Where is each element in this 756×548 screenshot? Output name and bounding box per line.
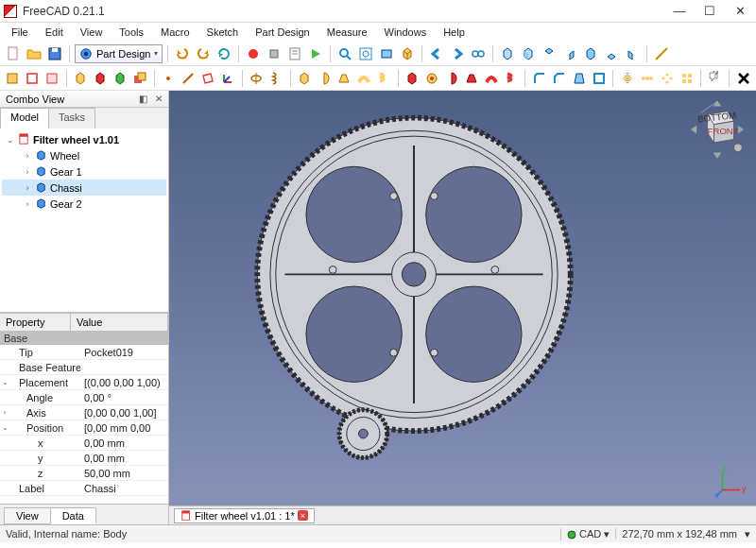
navigation-cube[interactable]: BOTTOM FRONT (684, 96, 750, 163)
chevron-right-icon[interactable]: › (23, 183, 32, 193)
mirror-icon[interactable] (618, 69, 636, 88)
property-row[interactable]: x0,00 mm (0, 436, 168, 451)
draft-icon[interactable] (570, 69, 588, 88)
undock-icon[interactable]: ◧ (139, 94, 147, 104)
revolution-icon[interactable] (316, 69, 334, 88)
document-tab[interactable]: Filter wheel v1.01 : 1* × (174, 508, 315, 523)
helix-sub-icon[interactable] (502, 69, 520, 88)
property-value[interactable]: Pocket019 (80, 347, 168, 358)
property-value[interactable]: [0,00 0,00 1,00] (80, 407, 168, 419)
chevron-down-icon[interactable]: ⌄ (0, 378, 9, 386)
menu-edit[interactable]: Edit (38, 25, 71, 40)
macro-record-icon[interactable] (244, 44, 263, 63)
property-row[interactable]: ⌄Position[0,00 mm 0,00 (0, 420, 168, 436)
chevron-right-icon[interactable]: › (23, 199, 32, 209)
clone-icon[interactable] (131, 69, 149, 88)
menu-measure[interactable]: Measure (319, 25, 375, 40)
multitransform-icon[interactable] (678, 69, 696, 88)
helix-icon[interactable] (267, 69, 285, 88)
polar-pattern-icon[interactable] (658, 69, 676, 88)
property-row[interactable]: z50,00 mm (0, 466, 168, 481)
tab-tasks[interactable]: Tasks (48, 108, 95, 128)
property-row[interactable]: LabelChassi (0, 481, 168, 496)
macro-list-icon[interactable] (285, 44, 304, 63)
refresh-icon[interactable] (215, 44, 233, 63)
datum-point-icon[interactable] (160, 69, 178, 88)
fillet-icon[interactable] (530, 69, 548, 88)
3d-viewport[interactable]: BOTTOM FRONT z y x Filter wheel v1.01 : … (169, 91, 756, 524)
tree-item-gear2[interactable]: › Gear 2 (2, 196, 166, 212)
view-right-icon[interactable] (560, 44, 579, 63)
chamfer-icon[interactable] (550, 69, 568, 88)
property-row[interactable]: TipPocket019 (0, 345, 168, 360)
body-create-icon[interactable] (4, 69, 22, 88)
navcube-face-front[interactable]: FRONT (708, 126, 739, 136)
pocket-icon[interactable] (92, 69, 110, 88)
tab-view[interactable]: View (4, 507, 51, 524)
tab-close-icon[interactable]: × (298, 510, 308, 521)
status-dimensions[interactable]: 272,70 mm x 192,48 mm (615, 528, 743, 539)
whatsthis-icon[interactable]: ? (706, 69, 724, 88)
measure-icon[interactable] (652, 44, 671, 63)
chevron-down-icon[interactable]: ⌄ (6, 135, 15, 145)
minimize-button[interactable]: — (673, 5, 686, 18)
linear-pattern-icon[interactable] (638, 69, 656, 88)
tree-root[interactable]: ⌄ Filter wheel v1.01 (2, 131, 166, 147)
property-row[interactable]: ›Axis[0,00 0,00 1,00] (0, 405, 168, 420)
thickness-icon[interactable] (590, 69, 608, 88)
chevron-right-icon[interactable]: › (0, 408, 9, 417)
chevron-right-icon[interactable]: › (23, 167, 32, 177)
undo-icon[interactable] (173, 44, 192, 63)
view-cube-icon[interactable] (398, 44, 417, 63)
menu-help[interactable]: Help (436, 25, 472, 40)
sync-icon[interactable] (469, 44, 488, 63)
nav-back-icon[interactable] (427, 44, 446, 63)
property-value[interactable]: 0,00 mm (80, 453, 168, 464)
datum-cs-icon[interactable] (219, 69, 237, 88)
property-row[interactable]: Base Feature (0, 360, 168, 375)
property-value[interactable]: 0,00 ° (80, 392, 168, 403)
view-left-icon[interactable] (623, 44, 642, 63)
macro-play-icon[interactable] (306, 44, 325, 63)
menu-view[interactable]: View (73, 25, 111, 40)
menu-file[interactable]: File (4, 25, 36, 40)
datum-line-icon[interactable] (180, 69, 198, 88)
chevron-down-icon[interactable]: ⌄ (0, 423, 9, 432)
menu-macro[interactable]: Macro (153, 25, 198, 40)
model-tree[interactable]: ⌄ Filter wheel v1.01 › Wheel › Gear 1 › … (0, 128, 168, 313)
property-row[interactable]: y0,00 mm (0, 451, 168, 466)
loft-add-icon[interactable] (335, 69, 353, 88)
view-rear-icon[interactable] (581, 44, 600, 63)
status-navigation-button[interactable]: CAD ▾ (560, 528, 615, 540)
property-value[interactable]: Chassi (80, 483, 168, 494)
sketch-create-icon[interactable] (24, 69, 42, 88)
property-value[interactable]: [(0,00 0,00 1,00) (80, 377, 168, 388)
tab-model[interactable]: Model (0, 108, 49, 128)
sweep-add-icon[interactable] (355, 69, 373, 88)
close-button[interactable]: ✕ (733, 5, 747, 18)
view-bottom-icon[interactable] (602, 44, 621, 63)
tree-item-gear1[interactable]: › Gear 1 (2, 163, 166, 180)
maximize-button[interactable]: ☐ (703, 5, 716, 18)
property-value[interactable]: 0,00 mm (80, 437, 168, 449)
loft-sub-icon[interactable] (462, 69, 480, 88)
tree-item-chassi[interactable]: › Chassi (2, 180, 166, 196)
pocket-sub-icon[interactable] (403, 69, 421, 88)
menu-sketch[interactable]: Sketch (199, 25, 247, 40)
macro-stop-icon[interactable] (265, 44, 284, 63)
property-value[interactable]: [0,00 mm 0,00 (80, 422, 168, 434)
tree-item-wheel[interactable]: › Wheel (2, 147, 166, 163)
view-iso-icon[interactable] (498, 44, 517, 63)
shape-binder-icon[interactable] (112, 69, 129, 88)
redo-icon[interactable] (194, 44, 213, 63)
menu-partdesign[interactable]: Part Design (248, 25, 317, 40)
property-value[interactable]: 50,00 mm (80, 468, 168, 479)
pad-add-icon[interactable] (296, 69, 314, 88)
helix-add-icon[interactable] (375, 69, 393, 88)
open-file-icon[interactable] (25, 44, 43, 63)
draw-style-icon[interactable] (377, 44, 396, 63)
groove-icon[interactable] (442, 69, 460, 88)
view-top-icon[interactable] (540, 44, 558, 63)
pad-icon[interactable] (72, 69, 90, 88)
zoom-fit-icon[interactable] (335, 44, 354, 63)
